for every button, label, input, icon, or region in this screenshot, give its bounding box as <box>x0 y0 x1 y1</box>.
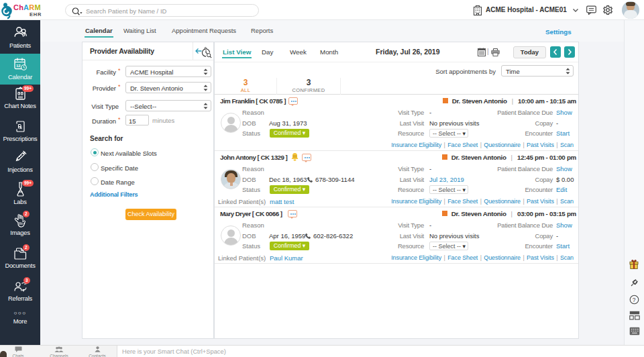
svg-text:?: ? <box>633 297 636 303</box>
svg-text:12: 12 <box>16 64 21 68</box>
